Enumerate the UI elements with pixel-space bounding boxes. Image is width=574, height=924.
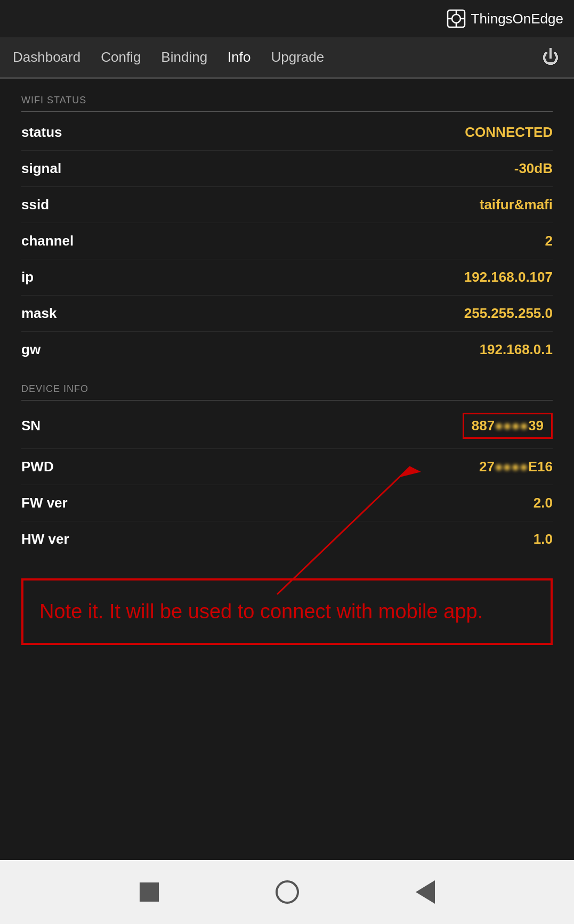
pwd-redacted: ●●●● <box>495 459 528 475</box>
device-info-label: DEVICE INFO <box>21 383 553 395</box>
wifi-status-key: status <box>21 124 62 141</box>
nav-links: Dashboard Config Binding Info Upgrade <box>11 45 326 70</box>
wifi-gw-value: 192.168.0.1 <box>480 341 553 358</box>
wifi-ip-key: ip <box>21 269 34 285</box>
wifi-row-ip: ip 192.168.0.107 <box>21 259 553 296</box>
device-sn-value: 887●●●●39 <box>463 413 553 439</box>
device-hw-key: HW ver <box>21 531 69 547</box>
main-content: WIFI STATUS status CONNECTED signal -30d… <box>0 79 574 860</box>
device-row-sn: SN 887●●●●39 <box>21 403 553 449</box>
device-fw-value: 2.0 <box>533 495 553 511</box>
wifi-row-mask: mask 255.255.255.0 <box>21 296 553 332</box>
wifi-signal-key: signal <box>21 160 61 177</box>
wifi-status-section: WIFI STATUS status CONNECTED signal -30d… <box>21 95 553 367</box>
nav-config[interactable]: Config <box>99 45 143 70</box>
wifi-mask-key: mask <box>21 305 57 322</box>
wifi-row-signal: signal -30dB <box>21 151 553 187</box>
wifi-status-label: WIFI STATUS <box>21 95 553 106</box>
wifi-ssid-value: taifur&mafi <box>480 197 553 213</box>
note-box: Note it. It will be used to connect with… <box>21 578 553 645</box>
device-row-pwd: PWD 27●●●●E16 <box>21 449 553 485</box>
note-text: Note it. It will be used to connect with… <box>39 596 535 627</box>
brand-bar: ThingsOnEdge <box>0 0 574 37</box>
wifi-mask-value: 255.255.255.0 <box>464 305 553 322</box>
brand-logo-icon <box>446 8 467 29</box>
nav-upgrade[interactable]: Upgrade <box>269 45 326 70</box>
nav-dashboard[interactable]: Dashboard <box>11 45 83 70</box>
bottom-nav <box>0 860 574 924</box>
power-button[interactable]: ⏻ <box>538 43 563 71</box>
wifi-row-gw: gw 192.168.0.1 <box>21 332 553 367</box>
square-icon <box>140 882 159 902</box>
device-fw-key: FW ver <box>21 495 68 511</box>
device-info-section: DEVICE INFO SN 887●●●●39 PWD 27●●●●E16 F… <box>21 383 553 557</box>
wifi-gw-key: gw <box>21 341 41 358</box>
brand-logo: ThingsOnEdge <box>446 8 563 29</box>
wifi-signal-value: -30dB <box>514 160 553 177</box>
wifi-channel-value: 2 <box>545 233 553 249</box>
wifi-channel-key: channel <box>21 233 74 249</box>
device-pwd-key: PWD <box>21 459 54 475</box>
note-area: Note it. It will be used to connect with… <box>21 578 553 645</box>
device-hw-value: 1.0 <box>533 531 553 547</box>
nav-binding[interactable]: Binding <box>159 45 209 70</box>
circle-icon <box>276 880 299 904</box>
triangle-icon <box>416 880 435 904</box>
recent-apps-button[interactable] <box>136 879 163 905</box>
wifi-ssid-key: ssid <box>21 197 49 213</box>
wifi-status-value: CONNECTED <box>465 124 553 141</box>
device-pwd-value: 27●●●●E16 <box>479 459 553 475</box>
back-button[interactable] <box>412 879 439 905</box>
home-button[interactable] <box>274 879 301 905</box>
device-sn-key: SN <box>21 418 41 434</box>
svg-point-1 <box>452 14 460 23</box>
nav-info[interactable]: Info <box>225 45 253 70</box>
nav-bar: Dashboard Config Binding Info Upgrade ⏻ <box>0 37 574 77</box>
brand-name: ThingsOnEdge <box>471 11 563 27</box>
device-row-hw: HW ver 1.0 <box>21 521 553 557</box>
wifi-ip-value: 192.168.0.107 <box>464 269 553 285</box>
wifi-row-ssid: ssid taifur&mafi <box>21 187 553 223</box>
device-row-fw: FW ver 2.0 <box>21 485 553 521</box>
wifi-row-status: status CONNECTED <box>21 115 553 151</box>
wifi-row-channel: channel 2 <box>21 223 553 259</box>
wifi-divider <box>21 111 553 112</box>
sn-redacted: ●●●● <box>495 418 528 434</box>
device-divider <box>21 400 553 400</box>
